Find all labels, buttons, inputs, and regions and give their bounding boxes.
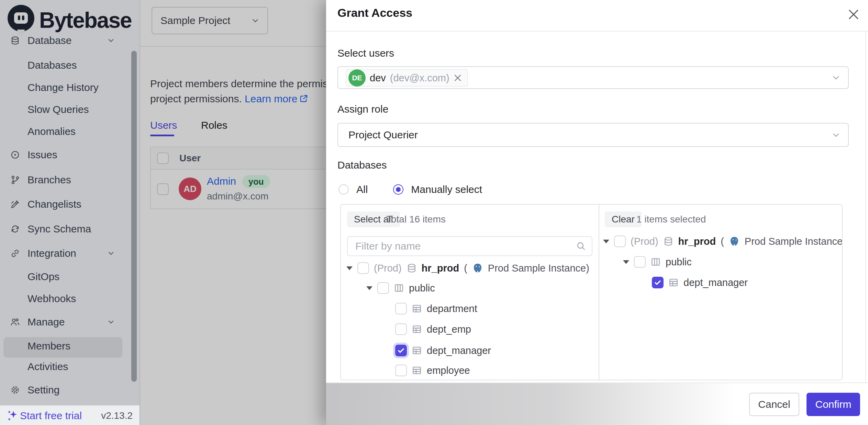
schema-icon — [394, 283, 404, 293]
table-icon — [412, 365, 422, 376]
tree-row-table[interactable]: employee — [395, 365, 470, 376]
database-icon — [407, 263, 417, 273]
clear-button[interactable]: Clear — [605, 211, 642, 227]
radio-all-label: All — [356, 184, 368, 195]
radio-manual-label: Manually select — [411, 184, 482, 195]
tree-row-schema[interactable]: public — [623, 256, 692, 268]
postgresql-icon — [472, 263, 483, 274]
grant-access-dialog: Grant Access Select users DE dev (dev@x.… — [326, 0, 868, 425]
tree-row-table[interactable]: dept_manager — [652, 277, 748, 288]
dialog-header-divider — [326, 31, 868, 32]
role-select[interactable]: Project Querier — [337, 123, 849, 147]
tree-row-table[interactable]: dept_manager — [395, 345, 491, 356]
radio-all[interactable] — [338, 184, 349, 195]
tree-checkbox-checked[interactable] — [652, 277, 664, 288]
table-icon — [668, 277, 679, 288]
tree-checkbox[interactable] — [614, 236, 626, 247]
tree-checkbox[interactable] — [357, 262, 369, 274]
panel-divider — [599, 205, 599, 380]
selected-count-label: 1 items selected — [636, 211, 706, 227]
select-users-input[interactable]: DE dev (dev@x.com) — [337, 66, 849, 89]
selected-user-chip: DE dev (dev@x.com) — [346, 69, 468, 87]
caret-down-icon[interactable] — [623, 260, 629, 264]
databases-label: Databases — [337, 159, 387, 171]
filter-input-wrap — [347, 236, 592, 256]
cancel-button[interactable]: Cancel — [749, 393, 799, 416]
table-icon — [412, 345, 422, 356]
start-free-trial-link[interactable]: Start free trial — [20, 410, 82, 422]
filter-input[interactable] — [355, 240, 576, 252]
dialog-footer: Cancel Confirm — [326, 382, 868, 425]
total-items-label: Total 16 items — [386, 211, 446, 227]
tree-row-table[interactable]: department — [395, 303, 477, 314]
modal-backdrop[interactable] — [0, 0, 326, 425]
tree-checkbox[interactable] — [377, 282, 389, 294]
confirm-button[interactable]: Confirm — [806, 393, 860, 416]
search-icon — [576, 241, 586, 251]
tree-checkbox-checked[interactable] — [395, 345, 407, 356]
role-select-value: Project Querier — [348, 129, 418, 141]
remove-user-icon[interactable] — [454, 74, 462, 82]
tree-row-table[interactable]: dept_emp — [395, 323, 471, 335]
tree-checkbox[interactable] — [395, 365, 407, 376]
database-picker-panel: Select all Total 16 items (Prod) hr_prod… — [340, 204, 843, 380]
avatar: DE — [348, 69, 366, 87]
postgresql-icon — [729, 236, 740, 247]
dialog-scrollbar-gutter[interactable] — [865, 32, 866, 382]
tree-checkbox[interactable] — [395, 303, 407, 314]
dialog-title: Grant Access — [337, 6, 412, 20]
tree-checkbox[interactable] — [634, 256, 646, 268]
sparkle-icon — [8, 410, 18, 421]
database-scope-radios: All Manually select — [338, 184, 482, 195]
footer-shadow — [326, 383, 780, 425]
select-users-label: Select users — [337, 47, 394, 59]
chevron-down-icon — [831, 130, 841, 140]
tree-row-database[interactable]: (Prod) hr_prod ( Prod Sample Instance) — [603, 236, 843, 247]
database-icon — [663, 236, 674, 246]
tree-checkbox[interactable] — [395, 323, 407, 335]
close-icon[interactable] — [847, 8, 860, 21]
caret-down-icon[interactable] — [346, 266, 353, 270]
caret-down-icon[interactable] — [366, 286, 372, 290]
caret-down-icon[interactable] — [603, 240, 609, 243]
radio-manually-select[interactable] — [393, 184, 403, 195]
tree-row-schema[interactable]: public — [366, 282, 435, 294]
table-icon — [412, 303, 422, 314]
quickstart-bar: Start free trial v2.13.2 — [0, 405, 140, 425]
table-icon — [412, 324, 422, 334]
tree-row-database[interactable]: (Prod) hr_prod ( Prod Sample Instance) — [346, 262, 589, 274]
version-label: v2.13.2 — [101, 410, 133, 421]
chevron-down-icon — [831, 72, 841, 83]
assign-role-label: Assign role — [337, 103, 388, 115]
schema-icon — [650, 257, 661, 267]
